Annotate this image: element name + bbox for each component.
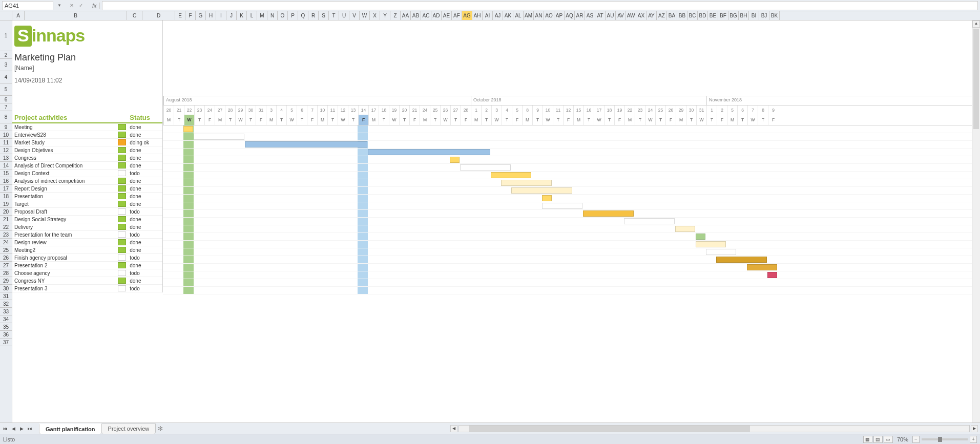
activity-row[interactable]: Design Contexttodo <box>12 170 162 177</box>
activity-row[interactable]: Market Studydoing ok <box>12 139 162 146</box>
col-header-i[interactable]: I <box>216 11 226 20</box>
col-header-v[interactable]: V <box>349 11 360 20</box>
col-header-m[interactable]: M <box>257 11 267 20</box>
col-header-bb[interactable]: BB <box>677 11 687 20</box>
scroll-left-icon[interactable]: ◀ <box>450 425 457 432</box>
formula-input[interactable] <box>102 1 978 10</box>
row-header-8[interactable]: 8 <box>0 111 12 123</box>
col-header-d[interactable]: D <box>142 11 175 20</box>
row-header-27[interactable]: 27 <box>0 262 12 269</box>
col-header-l[interactable]: L <box>247 11 257 20</box>
activity-row[interactable]: Finish agency proposaltodo <box>12 254 162 262</box>
col-header-p[interactable]: P <box>288 11 298 20</box>
activity-row[interactable]: EnterviewS28done <box>12 131 162 139</box>
col-header-ah[interactable]: AH <box>472 11 483 20</box>
name-box-dropdown-icon[interactable]: ▼ <box>55 3 64 8</box>
activity-row[interactable]: Choose agencytodo <box>12 269 162 277</box>
row-header-22[interactable]: 22 <box>0 223 12 231</box>
row-header-30[interactable]: 30 <box>0 285 12 292</box>
horizontal-scrollbar[interactable]: ◀ ▶ <box>165 425 980 432</box>
gantt-bar[interactable] <box>368 149 490 155</box>
gantt-bar[interactable] <box>696 234 705 240</box>
zoom-slider[interactable] <box>922 438 968 440</box>
col-header-bg[interactable]: BG <box>728 11 739 20</box>
col-header-o[interactable]: O <box>278 11 288 20</box>
prev-sheet-icon[interactable]: ◀ <box>10 425 16 432</box>
col-header-an[interactable]: AN <box>534 11 544 20</box>
row-header-6[interactable]: 6 <box>0 96 12 103</box>
col-header-ap[interactable]: AP <box>554 11 565 20</box>
col-header-f[interactable]: F <box>185 11 196 20</box>
activity-row[interactable]: Presentation for the teamtodo <box>12 231 162 239</box>
last-sheet-icon[interactable]: ⏭ <box>27 425 33 432</box>
col-header-ab[interactable]: AB <box>411 11 421 20</box>
row-header-3[interactable]: 3 <box>0 59 12 71</box>
row-header-28[interactable]: 28 <box>0 269 12 277</box>
row-header-10[interactable]: 10 <box>0 131 12 139</box>
col-header-bj[interactable]: BJ <box>759 11 769 20</box>
activity-row[interactable]: Analysis of Direct Competitiondone <box>12 162 162 170</box>
name-box[interactable]: AG41 <box>2 1 53 10</box>
col-header-ay[interactable]: AY <box>647 11 657 20</box>
activity-row[interactable]: Meetingdone <box>12 123 162 131</box>
gantt-bar[interactable] <box>542 195 552 201</box>
row-header-5[interactable]: 5 <box>0 83 12 96</box>
gantt-bar[interactable] <box>511 187 572 194</box>
gantt-bar[interactable] <box>450 157 460 163</box>
col-header-w[interactable]: W <box>360 11 370 20</box>
sheet-tab[interactable]: Gantt planification <box>39 424 102 434</box>
col-header-y[interactable]: Y <box>380 11 390 20</box>
gantt-bar[interactable] <box>194 134 244 140</box>
gantt-bar[interactable] <box>675 226 695 232</box>
col-header-af[interactable]: AF <box>452 11 462 20</box>
zoom-in-icon[interactable]: + <box>970 436 977 443</box>
row-header-12[interactable]: 12 <box>0 146 12 154</box>
gantt-bar[interactable] <box>716 257 767 263</box>
activity-row[interactable]: Analysis of indirect competitiondone <box>12 177 162 185</box>
col-header-aj[interactable]: AJ <box>493 11 503 20</box>
gantt-bar[interactable] <box>542 203 582 209</box>
activity-row[interactable]: Proposal Drafttodo <box>12 208 162 216</box>
row-header-26[interactable]: 26 <box>0 254 12 262</box>
row-header-9[interactable]: 9 <box>0 123 12 131</box>
gantt-bar[interactable] <box>491 172 531 178</box>
activity-row[interactable]: Design Social Strategydone <box>12 216 162 223</box>
activity-row[interactable]: Presentation 2done <box>12 262 162 269</box>
gantt-bar[interactable] <box>624 218 675 224</box>
col-header-ad[interactable]: AD <box>431 11 442 20</box>
zoom-thumb[interactable] <box>938 437 942 442</box>
activity-row[interactable]: Meeting2done <box>12 246 162 254</box>
col-header-ax[interactable]: AX <box>636 11 647 20</box>
activity-row[interactable]: Report Designdone <box>12 185 162 193</box>
gantt-bar[interactable] <box>583 210 634 217</box>
col-header-n[interactable]: N <box>267 11 278 20</box>
select-all-corner[interactable] <box>0 11 12 20</box>
gantt-bar[interactable] <box>696 241 726 247</box>
sheet-tab[interactable]: Project overview <box>101 424 156 434</box>
col-header-az[interactable]: AZ <box>657 11 667 20</box>
zoom-level[interactable]: 70% <box>897 436 908 442</box>
row-header-1[interactable]: 1 <box>0 20 12 51</box>
zoom-out-icon[interactable]: − <box>912 436 920 443</box>
col-header-b[interactable]: B <box>25 11 127 20</box>
accept-icon[interactable]: ✓ <box>77 2 85 10</box>
col-header-ac[interactable]: AC <box>421 11 431 20</box>
fx-label[interactable]: fx <box>89 3 100 9</box>
col-header-a[interactable]: A <box>12 11 25 20</box>
gantt-bar[interactable] <box>245 141 367 147</box>
activity-row[interactable]: Design Objetivesdone <box>12 146 162 154</box>
hscroll-thumb[interactable] <box>469 426 750 432</box>
row-header-19[interactable]: 19 <box>0 200 12 208</box>
gantt-bar[interactable] <box>706 249 736 255</box>
col-header-k[interactable]: K <box>237 11 247 20</box>
col-header-r[interactable]: R <box>308 11 319 20</box>
col-header-at[interactable]: AT <box>595 11 606 20</box>
activity-row[interactable]: Design reviewdone <box>12 239 162 246</box>
col-header-ae[interactable]: AE <box>442 11 452 20</box>
activity-row[interactable]: Congress NYdone <box>12 277 162 285</box>
activity-row[interactable]: Congressdone <box>12 154 162 162</box>
col-header-bh[interactable]: BH <box>739 11 749 20</box>
col-header-ai[interactable]: AI <box>483 11 493 20</box>
col-header-av[interactable]: AV <box>616 11 626 20</box>
col-header-q[interactable]: Q <box>298 11 308 20</box>
